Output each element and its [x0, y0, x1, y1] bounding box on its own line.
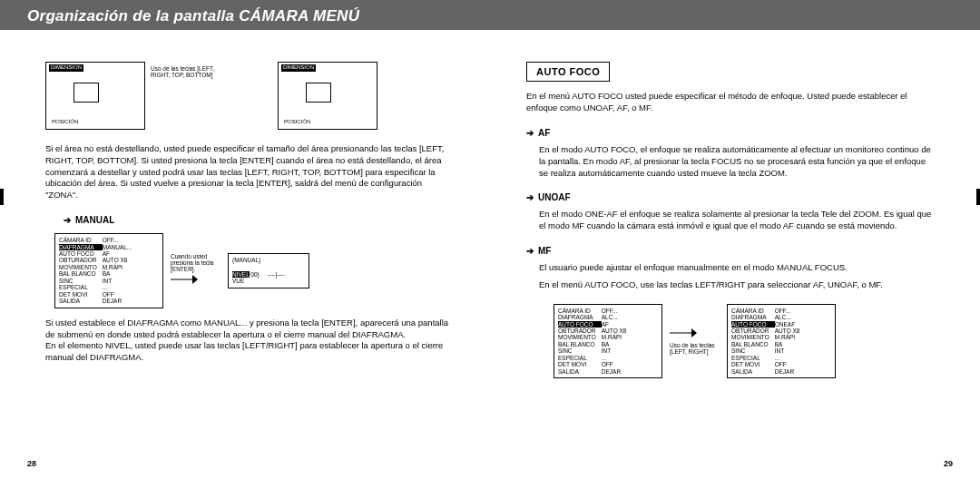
dimension-box-icon	[74, 83, 99, 103]
dimension-box-icon	[306, 83, 331, 103]
auto-foco-menu-row: CÁMARA IDOFF... DIAFRAGMAALC... AUTO FOC…	[554, 304, 935, 379]
manual-submenu-screen: (MANUAL) NIVEL 00) ----|---- VUE	[228, 253, 309, 288]
dimension-screen-size: DIMENSION POSICIÓN	[45, 62, 145, 130]
svg-marker-3	[691, 328, 697, 337]
manual-title: (MANUAL)	[232, 257, 305, 263]
manual-heading: MANUAL	[64, 214, 454, 226]
dimension-label: DIMENSION	[281, 64, 316, 72]
manual-paragraph: Si usted establece el DIAFRAGMA como MAN…	[45, 318, 454, 364]
vue-label: VUE	[232, 278, 305, 284]
mf-heading: MF	[526, 245, 935, 257]
mf-text-1: El usuario puede ajustar el enfoque manu…	[539, 262, 935, 274]
unoaf-text: En el modo ONE-AF el enfoque se realiza …	[539, 209, 935, 232]
mf-text-2: En el menú AUTO FOCO, use las teclas LEF…	[539, 279, 935, 291]
nivel-slider: ----|----	[268, 271, 285, 278]
page-28: Es DIMENSION POSICIÓN Uso de las teclas …	[0, 34, 490, 474]
arrow-right-icon	[670, 327, 697, 342]
position-label: POSICIÓN	[284, 119, 310, 126]
auto-foco-section: AUTO FOCO	[526, 62, 610, 82]
page-number-29: 29	[944, 459, 953, 470]
dimension-screen-pos: DIMENSION POSICIÓN	[278, 62, 377, 130]
arrow-right-icon	[171, 273, 198, 289]
lang-tab-es: Es	[0, 189, 4, 205]
page-header: Organización de la pantalla CÁMARA MENÚ	[0, 0, 980, 30]
camera-menu-screen-diaphragm: CÁMARA IDOFF... DIAFRAGMAMANUAL... AUTO …	[54, 233, 163, 308]
nivel-label: NIVEL	[232, 271, 250, 278]
unoaf-heading: UNOAF	[526, 191, 935, 203]
position-label: POSICIÓN	[52, 119, 78, 126]
af-text: En el modo AUTO FOCO, el enfoque se real…	[539, 144, 935, 179]
dimension-note: Uso de las teclas [LEFT, RIGHT, TOP, BOT…	[151, 65, 223, 78]
page-number-28: 28	[27, 459, 36, 470]
lang-tab-es: Es	[976, 189, 980, 205]
leftright-note: Uso de las teclas [LEFT, RIGHT]	[670, 342, 720, 355]
svg-marker-1	[192, 275, 198, 284]
zone-paragraph: Si el área no está destellando, usted pu…	[45, 143, 454, 201]
dimension-label: DIMENSION	[49, 64, 83, 72]
page-spread: Es DIMENSION POSICIÓN Uso de las teclas …	[0, 34, 980, 474]
camera-menu-screen-af: CÁMARA IDOFF... DIAFRAGMAALC... AUTO FOC…	[554, 304, 662, 379]
nivel-value: 00)	[250, 271, 259, 278]
header-title: Organización de la pantalla CÁMARA MENÚ	[27, 7, 359, 24]
manual-menu-row: CÁMARA IDOFF... DIAFRAGMAMANUAL... AUTO …	[54, 233, 454, 308]
af-heading: AF	[526, 127, 935, 139]
dimension-row: DIMENSION POSICIÓN Uso de las teclas [LE…	[45, 62, 454, 130]
page-29: Es AUTO FOCO En el menú AUTO FOCO usted …	[490, 34, 980, 474]
enter-note: Cuando usted presiona la tecla [ENTER].	[171, 253, 220, 272]
camera-menu-screen-oneaf: CÁMARA IDOFF... DIAFRAGMAALC... AUTO FOC…	[727, 304, 836, 379]
auto-foco-intro: En el menú AUTO FOCO usted puede especif…	[526, 91, 935, 114]
